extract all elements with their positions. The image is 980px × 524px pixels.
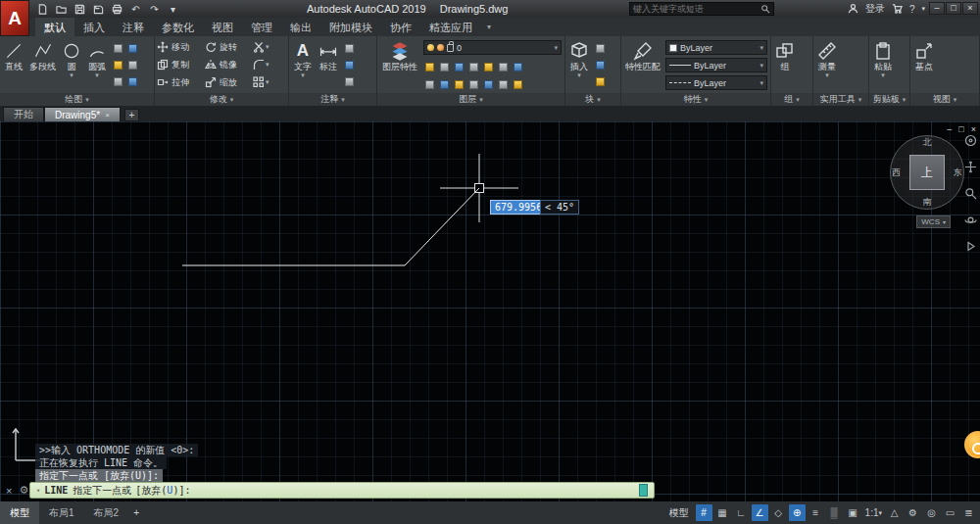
search-icon[interactable]	[760, 0, 770, 18]
layer-delete-tool-icon[interactable]	[453, 78, 466, 90]
viewcube-north[interactable]: 北	[923, 136, 932, 149]
save-as-icon[interactable]	[91, 2, 106, 16]
ribbon-tab-output[interactable]: 输出	[281, 18, 320, 36]
region-tool-icon[interactable]	[126, 76, 139, 88]
pan-icon[interactable]	[964, 160, 977, 177]
panel-label-annotation[interactable]: 注释▾	[289, 93, 376, 106]
chevron-down-icon[interactable]: ▾	[577, 72, 581, 77]
ribbon-tab-view[interactable]: 视图	[203, 18, 242, 36]
layer-walk-tool-icon[interactable]	[497, 61, 510, 72]
command-input-bar[interactable]: ▾ LINE 指定下一点或 [放弃(U)]:	[29, 482, 655, 499]
model-space-button[interactable]: 模型	[664, 504, 694, 521]
chevron-down-icon[interactable]: ▾	[921, 5, 925, 13]
measure-button[interactable]: 测量 ▾	[815, 38, 839, 92]
layer-properties-button[interactable]: 图层特性	[379, 38, 420, 92]
dynamic-input-length-field[interactable]: 679.9956	[490, 200, 547, 214]
viewcube-top-face[interactable]: 上	[909, 155, 945, 190]
object-color-dropdown[interactable]: ByLayer ▾	[665, 40, 767, 55]
panel-label-utilities[interactable]: 实用工具▾	[813, 93, 868, 106]
minimize-icon[interactable]: –	[947, 124, 952, 134]
selection-cycling-toggle[interactable]: ▣	[845, 504, 861, 521]
panel-label-layers[interactable]: 图层▾	[377, 93, 564, 106]
linetype-dropdown[interactable]: ByLayer ▾	[665, 75, 767, 90]
layer-off-tool-icon[interactable]	[423, 61, 436, 72]
layer-match-tool-icon[interactable]	[482, 61, 495, 72]
markup-tool-icon[interactable]	[343, 76, 356, 88]
orbit-icon[interactable]	[964, 213, 977, 230]
draw-polyline-button[interactable]: 多段线	[27, 38, 58, 92]
layer-prev-tool-icon[interactable]	[423, 78, 436, 90]
command-bar-handle[interactable]	[639, 484, 648, 497]
ribbon-tab-parametric[interactable]: 参数化	[153, 18, 203, 36]
text-button[interactable]: A 文字 ▾	[291, 38, 315, 92]
ribbon-options-chevron-icon[interactable]: ▾	[481, 18, 497, 36]
dynamic-input-angle-field[interactable]: < 45°	[540, 200, 579, 214]
undo-icon[interactable]: ↶	[128, 2, 143, 16]
ribbon-tab-addins[interactable]: 附加模块	[320, 18, 381, 36]
show-motion-icon[interactable]	[964, 239, 977, 257]
dimension-button[interactable]: 标注	[317, 38, 340, 92]
transparency-toggle[interactable]: ▒	[826, 504, 843, 521]
layout-tab-layout1[interactable]: 布局1	[39, 501, 84, 524]
lineweight-toggle[interactable]: ≡	[808, 504, 824, 521]
draw-line-button[interactable]: 直线	[2, 38, 25, 92]
qat-customize-icon[interactable]: ▾	[166, 2, 180, 16]
app-menu-button[interactable]: A	[0, 0, 29, 36]
layer-thaw-tool-icon[interactable]	[482, 78, 495, 90]
spline-tool-icon[interactable]	[126, 60, 139, 71]
close-button[interactable]: ×	[962, 2, 978, 15]
chevron-down-icon[interactable]: ▾	[881, 72, 885, 77]
viewcube-west[interactable]: 西	[892, 167, 901, 179]
match-properties-button[interactable]: 特性匹配	[623, 38, 662, 92]
layer-unlock-tool-icon[interactable]	[467, 78, 480, 90]
annotation-monitor-toggle[interactable]: ◎	[923, 504, 940, 521]
workspace-switching-button[interactable]: ⚙	[905, 504, 921, 521]
chevron-down-icon[interactable]: ▾	[70, 72, 74, 77]
modify-array-button[interactable]: ▾	[253, 76, 270, 88]
ribbon-tab-default[interactable]: 默认	[35, 18, 74, 36]
customize-icon[interactable]: ⚙	[19, 484, 28, 497]
panel-label-groups[interactable]: 组▾	[771, 93, 812, 106]
login-button[interactable]: 登录	[865, 2, 885, 16]
zoom-icon[interactable]	[964, 186, 977, 204]
redo-icon[interactable]: ↷	[147, 2, 162, 16]
grid-display-toggle[interactable]: #	[696, 504, 712, 521]
ortho-mode-toggle[interactable]: ∟	[733, 504, 750, 521]
modify-rotate-button[interactable]: 旋转	[205, 41, 249, 54]
help-search-input[interactable]	[633, 4, 760, 14]
layer-merge-tool-icon[interactable]	[438, 78, 451, 90]
panel-label-properties[interactable]: 特性▾	[621, 93, 770, 106]
help-icon[interactable]: ?	[909, 4, 915, 15]
modify-trim-button[interactable]: ▾	[253, 41, 270, 53]
chevron-down-icon[interactable]: ▾	[301, 72, 305, 77]
ribbon-tab-manage[interactable]: 管理	[242, 18, 281, 36]
panel-label-draw[interactable]: 绘图▾	[0, 93, 154, 106]
cart-icon[interactable]	[892, 3, 903, 16]
viewcube-south[interactable]: 南	[923, 196, 932, 209]
open-file-icon[interactable]	[54, 2, 69, 16]
panel-label-block[interactable]: 块▾	[565, 93, 620, 106]
modify-stretch-button[interactable]: 拉伸	[157, 76, 201, 89]
layer-freeze-tool-icon[interactable]	[453, 61, 466, 72]
layout-tab-model[interactable]: 模型	[0, 501, 39, 524]
layer-isolate-tool-icon[interactable]	[438, 61, 451, 72]
layer-state-tool-icon[interactable]	[512, 61, 524, 72]
modify-move-button[interactable]: 移动	[157, 41, 201, 54]
ellipse-tool-icon[interactable]	[112, 60, 124, 71]
close-icon[interactable]: ×	[105, 111, 110, 119]
modify-copy-button[interactable]: 复制	[157, 59, 201, 71]
viewcube[interactable]: 北 南 西 东 上	[890, 135, 964, 210]
modify-fillet-button[interactable]: ▾	[253, 59, 270, 71]
drawing-canvas[interactable]: 679.9956 < 45° – □ × 北 南 西 东 上 WCS ▾	[0, 121, 980, 501]
panel-label-view[interactable]: 视图▾	[910, 93, 979, 106]
modify-scale-button[interactable]: 缩放	[205, 76, 249, 89]
object-snap-toggle[interactable]: ⊕	[789, 504, 806, 521]
isodraft-toggle[interactable]: ◇	[770, 504, 787, 521]
create-block-tool-icon[interactable]	[594, 43, 607, 55]
layer-lock-tool-icon[interactable]	[467, 61, 480, 72]
user-icon[interactable]	[848, 3, 858, 16]
lineweight-dropdown[interactable]: ByLayer ▾	[665, 58, 767, 72]
file-tab-drawing5[interactable]: Drawing5* ×	[44, 107, 121, 121]
snap-mode-toggle[interactable]: ▦	[714, 504, 731, 521]
point-tool-icon[interactable]	[112, 76, 124, 88]
